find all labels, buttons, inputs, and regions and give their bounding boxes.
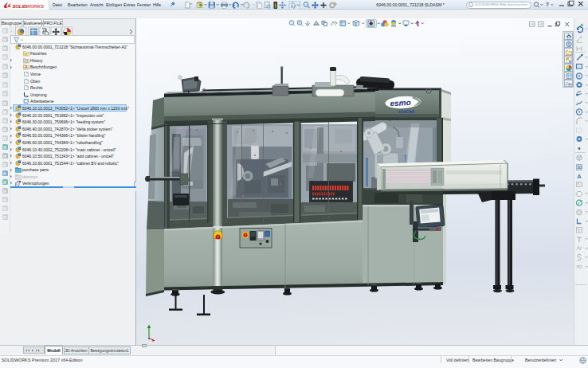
svg-text:WORKS: WORKS xyxy=(26,4,44,9)
svg-text:3D: 3D xyxy=(577,166,582,170)
svg-text:UniCell: UniCell xyxy=(398,109,414,114)
svg-text:A: A xyxy=(577,173,582,180)
svg-text:esmo: esmo xyxy=(390,98,411,108)
svg-text:PO: PO xyxy=(577,264,582,269)
svg-text:i: i xyxy=(470,3,471,7)
svg-text:SOLID: SOLID xyxy=(13,4,27,9)
